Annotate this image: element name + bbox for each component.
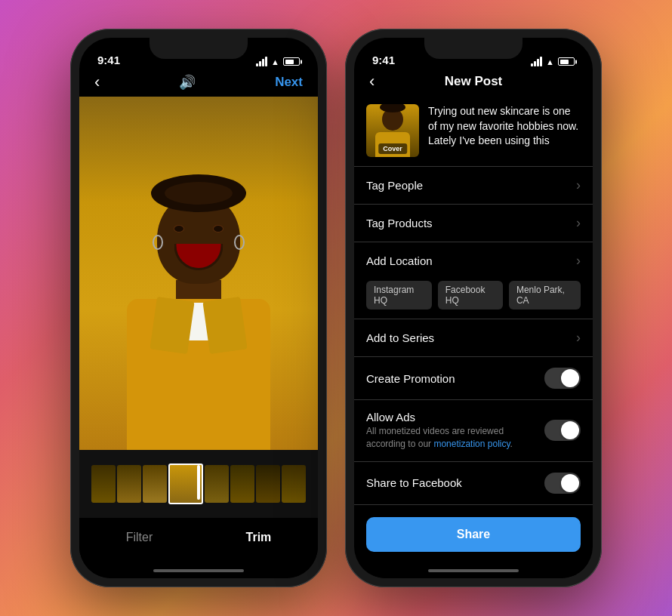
- chevron-right-icon-tag-products: ›: [576, 215, 581, 231]
- timeline-strip: [91, 462, 306, 506]
- add-to-series-row[interactable]: Add to Series ›: [354, 319, 593, 357]
- battery-icon-1: [283, 57, 300, 66]
- cover-thumbnail[interactable]: Cover: [366, 104, 419, 157]
- home-bar-1: [153, 569, 244, 572]
- trim-tab[interactable]: Trim: [246, 531, 272, 544]
- post-caption[interactable]: Trying out new skincare is one of my new…: [428, 104, 581, 157]
- film-frame-3-selected[interactable]: [168, 464, 203, 504]
- page-title: New Post: [445, 74, 503, 89]
- post-content-area[interactable]: Cover Trying out new skincare is one of …: [354, 95, 593, 563]
- signal-icon-2: [531, 57, 542, 66]
- phone-2-screen: 9:41 ▲ ‹ New Post: [354, 38, 593, 578]
- create-promotion-toggle[interactable]: [544, 368, 581, 389]
- create-promotion-row[interactable]: Create Promotion: [354, 357, 593, 400]
- phone-1-screen: 9:41 ▲ ‹ 🔊 Next: [79, 38, 318, 578]
- location-tag-1[interactable]: Facebook HQ: [438, 281, 503, 310]
- next-button[interactable]: Next: [275, 75, 303, 90]
- add-location-label: Add Location: [366, 254, 433, 267]
- film-frame-7[interactable]: [282, 465, 306, 503]
- time-2: 9:41: [372, 54, 395, 66]
- sound-icon: 🔊: [179, 74, 196, 91]
- back-button-2[interactable]: ‹: [369, 73, 375, 90]
- location-tags-area: Instagram HQ Facebook HQ Menlo Park, CA: [354, 275, 593, 319]
- wifi-icon-1: ▲: [271, 57, 279, 66]
- allow-ads-sublabel: All monetized videos are reviewed accord…: [366, 425, 544, 451]
- phone-2: 9:41 ▲ ‹ New Post: [345, 29, 602, 587]
- chevron-right-icon-tag-people: ›: [576, 177, 581, 193]
- video-preview: [79, 97, 318, 450]
- film-frame-2[interactable]: [143, 465, 167, 503]
- status-icons-2: ▲: [531, 57, 575, 66]
- location-tag-0[interactable]: Instagram HQ: [366, 281, 432, 310]
- film-frame-6[interactable]: [256, 465, 280, 503]
- share-btn-area: Share: [354, 505, 593, 563]
- notch-1: [150, 38, 248, 59]
- bottom-nav-1: Filter Trim: [79, 518, 318, 563]
- playhead: [197, 465, 200, 500]
- chevron-right-icon-series: ›: [576, 330, 581, 346]
- tag-people-row[interactable]: Tag People ›: [354, 167, 593, 205]
- video-person: [79, 97, 318, 450]
- add-to-series-label: Add to Series: [366, 331, 434, 344]
- phone-1-nav: ‹ 🔊 Next: [79, 71, 318, 97]
- film-frame-1[interactable]: [117, 465, 141, 503]
- home-indicator-2: [354, 563, 593, 578]
- allow-ads-row[interactable]: Allow Ads All monetized videos are revie…: [354, 400, 593, 462]
- back-button-1[interactable]: ‹: [94, 74, 100, 91]
- battery-icon-2: [558, 57, 575, 66]
- tag-products-label: Tag Products: [366, 217, 433, 229]
- home-bar-2: [428, 569, 519, 572]
- allow-ads-toggle[interactable]: [544, 420, 581, 441]
- chevron-right-icon-location: ›: [576, 253, 581, 269]
- time-1: 9:41: [97, 54, 120, 66]
- tag-products-row[interactable]: Tag Products ›: [354, 205, 593, 242]
- status-icons-1: ▲: [256, 57, 300, 66]
- cover-label: Cover: [378, 143, 407, 154]
- phone-1: 9:41 ▲ ‹ 🔊 Next: [70, 29, 327, 587]
- share-facebook-row[interactable]: Share to Facebook: [354, 462, 593, 505]
- film-frame-4[interactable]: [205, 465, 229, 503]
- share-button[interactable]: Share: [366, 517, 581, 552]
- allow-ads-left: Allow Ads All monetized videos are revie…: [366, 411, 544, 451]
- add-location-row[interactable]: Add Location ›: [354, 242, 593, 275]
- monetization-policy-link[interactable]: monetization policy: [433, 439, 510, 449]
- location-tag-2[interactable]: Menlo Park, CA: [509, 281, 581, 310]
- notch-2: [424, 38, 522, 59]
- tag-people-label: Tag People: [366, 179, 423, 192]
- timeline-area[interactable]: [79, 450, 318, 518]
- signal-icon-1: [256, 57, 267, 66]
- home-indicator-1: [79, 563, 318, 578]
- post-preview: Cover Trying out new skincare is one of …: [354, 95, 593, 167]
- film-frame-0[interactable]: [91, 465, 116, 503]
- wifi-icon-2: ▲: [546, 57, 554, 66]
- allow-ads-label: Allow Ads: [366, 411, 544, 424]
- phone-2-nav: ‹ New Post: [354, 71, 593, 95]
- film-frame-5[interactable]: [230, 465, 254, 503]
- share-facebook-toggle[interactable]: [544, 473, 581, 494]
- create-promotion-label: Create Promotion: [366, 372, 455, 385]
- share-facebook-label: Share to Facebook: [366, 476, 462, 489]
- filter-tab[interactable]: Filter: [126, 531, 153, 544]
- sound-control[interactable]: 🔊: [179, 74, 196, 91]
